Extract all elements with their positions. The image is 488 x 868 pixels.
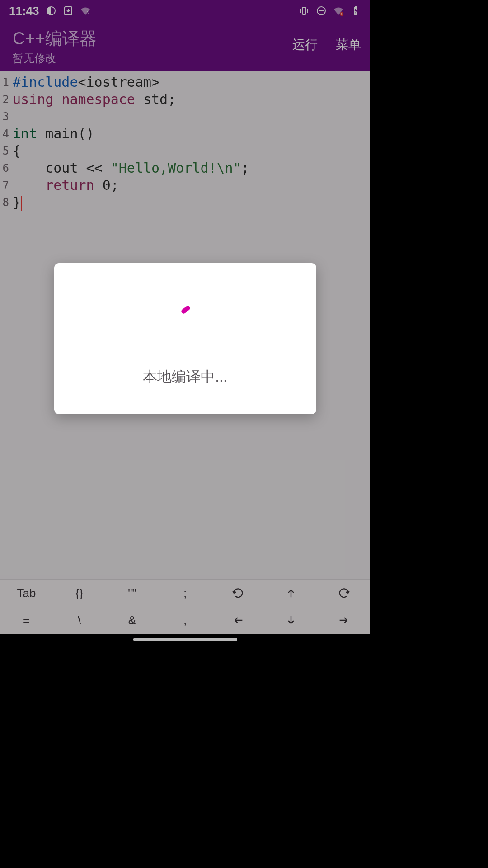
compile-dialog: 本地编译中...: [54, 263, 316, 414]
dialog-message: 本地编译中...: [143, 367, 227, 387]
spinner-icon: [167, 295, 203, 331]
